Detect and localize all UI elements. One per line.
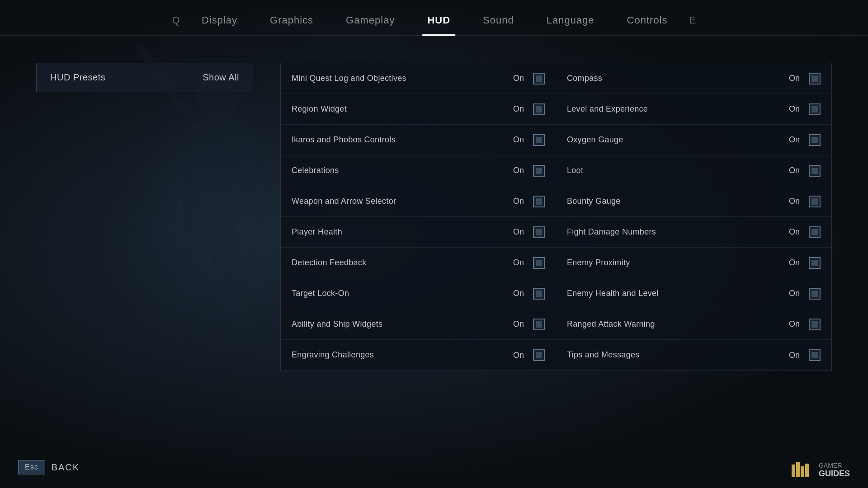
setting-value-mini-quest: On <box>513 74 526 83</box>
setting-name-mini-quest: Mini Quest Log and Objectives <box>292 73 513 84</box>
setting-row-player-health: Player Health On <box>281 217 556 248</box>
setting-value-player-health: On <box>513 227 526 237</box>
setting-checkbox-engraving[interactable] <box>533 349 545 361</box>
setting-name-region-widget: Region Widget <box>292 104 513 114</box>
setting-name-enemy-health: Enemy Health and Level <box>567 288 789 299</box>
setting-value-oxygen: On <box>789 135 802 145</box>
setting-value-detection-feedback: On <box>513 258 526 267</box>
settings-right-column: Compass On Level and Experience On Oxyge… <box>556 63 831 371</box>
setting-value-engraving: On <box>513 351 526 360</box>
settings-left-column: Mini Quest Log and Objectives On Region … <box>281 63 556 371</box>
back-label: BACK <box>52 462 80 473</box>
right-bracket: E <box>684 11 702 30</box>
main-content: HUD Presets Show All Mini Quest Log and … <box>0 36 868 479</box>
setting-name-target-lock-on: Target Lock-On <box>292 288 513 299</box>
setting-checkbox-loot[interactable] <box>809 165 821 177</box>
left-bracket: Q <box>167 11 185 30</box>
setting-row-level-xp: Level and Experience On <box>556 94 831 125</box>
setting-row-detection-feedback: Detection Feedback On <box>281 248 556 278</box>
setting-name-ranged-attack: Ranged Attack Warning <box>567 319 789 329</box>
setting-name-compass: Compass <box>567 73 789 84</box>
setting-name-fight-damage: Fight Damage Numbers <box>567 227 789 237</box>
setting-checkbox-ikaros[interactable] <box>533 134 545 146</box>
setting-value-enemy-proximity: On <box>789 258 802 267</box>
setting-name-player-health: Player Health <box>292 227 513 237</box>
setting-name-ikaros: Ikaros and Phobos Controls <box>292 135 513 145</box>
setting-name-ability-ship: Ability and Ship Widgets <box>292 319 513 329</box>
nav-item-sound[interactable]: Sound <box>467 11 530 30</box>
setting-value-ranged-attack: On <box>789 319 802 329</box>
setting-name-oxygen: Oxygen Gauge <box>567 135 789 145</box>
setting-checkbox-ability-ship[interactable] <box>533 319 545 330</box>
right-panel: Mini Quest Log and Objectives On Region … <box>280 63 832 451</box>
setting-value-enemy-health: On <box>789 289 802 298</box>
setting-row-ranged-attack: Ranged Attack Warning On <box>556 309 831 340</box>
nav-item-hud[interactable]: HUD <box>411 11 467 30</box>
nav-item-controls[interactable]: Controls <box>611 11 684 30</box>
setting-checkbox-ranged-attack[interactable] <box>809 319 821 330</box>
setting-name-loot: Loot <box>567 165 789 176</box>
setting-checkbox-weapon-arrow[interactable] <box>533 196 545 207</box>
setting-value-ability-ship: On <box>513 319 526 329</box>
nav-item-language[interactable]: Language <box>530 11 611 30</box>
show-all-button[interactable]: Show All <box>203 72 239 83</box>
setting-name-detection-feedback: Detection Feedback <box>292 258 513 268</box>
setting-row-ikaros: Ikaros and Phobos Controls On <box>281 125 556 155</box>
setting-checkbox-compass[interactable] <box>809 73 821 84</box>
setting-row-engraving: Engraving Challenges On <box>281 340 556 371</box>
setting-row-celebrations: Celebrations On <box>281 155 556 186</box>
gamer-guides-top-text: GAMER <box>819 462 850 469</box>
navigation-bar: Q Display Graphics Gameplay HUD Sound La… <box>0 0 868 36</box>
setting-checkbox-target-lock-on[interactable] <box>533 288 545 300</box>
svg-rect-7 <box>801 466 804 477</box>
setting-checkbox-mini-quest[interactable] <box>533 73 545 84</box>
setting-value-level-xp: On <box>789 104 802 114</box>
setting-checkbox-level-xp[interactable] <box>809 103 821 115</box>
nav-item-display[interactable]: Display <box>185 11 254 30</box>
nav-item-graphics[interactable]: Graphics <box>254 11 330 30</box>
setting-row-oxygen: Oxygen Gauge On <box>556 125 831 155</box>
svg-rect-8 <box>805 464 809 477</box>
setting-checkbox-player-health[interactable] <box>533 226 545 238</box>
gamer-guides-icon <box>791 461 813 479</box>
setting-value-region-widget: On <box>513 104 526 114</box>
setting-row-enemy-proximity: Enemy Proximity On <box>556 248 831 278</box>
gamer-guides-text: GAMER GUIDES <box>819 462 850 479</box>
esc-key[interactable]: Esc <box>18 460 45 474</box>
setting-checkbox-detection-feedback[interactable] <box>533 257 545 269</box>
setting-row-weapon-arrow: Weapon and Arrow Selector On <box>281 186 556 217</box>
setting-value-tips-messages: On <box>789 351 802 360</box>
setting-name-engraving: Engraving Challenges <box>292 350 513 360</box>
left-panel: HUD Presets Show All <box>36 63 253 451</box>
setting-checkbox-bounty-gauge[interactable] <box>809 196 821 207</box>
setting-value-target-lock-on: On <box>513 289 526 298</box>
setting-name-level-xp: Level and Experience <box>567 104 789 114</box>
setting-row-ability-ship: Ability and Ship Widgets On <box>281 309 556 340</box>
nav-item-gameplay[interactable]: Gameplay <box>330 11 411 30</box>
setting-checkbox-celebrations[interactable] <box>533 165 545 177</box>
setting-checkbox-oxygen[interactable] <box>809 134 821 146</box>
setting-row-compass: Compass On <box>556 63 831 94</box>
setting-row-mini-quest: Mini Quest Log and Objectives On <box>281 63 556 94</box>
setting-row-target-lock-on: Target Lock-On On <box>281 278 556 309</box>
setting-value-weapon-arrow: On <box>513 197 526 206</box>
page-content: Q Display Graphics Gameplay HUD Sound La… <box>0 0 868 488</box>
svg-rect-6 <box>796 462 800 477</box>
setting-checkbox-enemy-proximity[interactable] <box>809 257 821 269</box>
setting-name-tips-messages: Tips and Messages <box>567 350 789 360</box>
setting-value-fight-damage: On <box>789 227 802 237</box>
setting-checkbox-tips-messages[interactable] <box>809 349 821 361</box>
hud-presets-box: HUD Presets Show All <box>36 63 253 92</box>
setting-row-loot: Loot On <box>556 155 831 186</box>
settings-grid: Mini Quest Log and Objectives On Region … <box>280 63 832 371</box>
setting-value-ikaros: On <box>513 135 526 145</box>
setting-name-enemy-proximity: Enemy Proximity <box>567 258 789 268</box>
bottom-bar: Esc BACK <box>18 460 80 474</box>
setting-checkbox-fight-damage[interactable] <box>809 226 821 238</box>
setting-checkbox-region-widget[interactable] <box>533 103 545 115</box>
setting-name-weapon-arrow: Weapon and Arrow Selector <box>292 196 513 206</box>
setting-row-enemy-health: Enemy Health and Level On <box>556 278 831 309</box>
setting-checkbox-enemy-health[interactable] <box>809 288 821 300</box>
gamer-guides-logo: GAMER GUIDES <box>791 461 850 479</box>
setting-row-bounty-gauge: Bounty Gauge On <box>556 186 831 217</box>
